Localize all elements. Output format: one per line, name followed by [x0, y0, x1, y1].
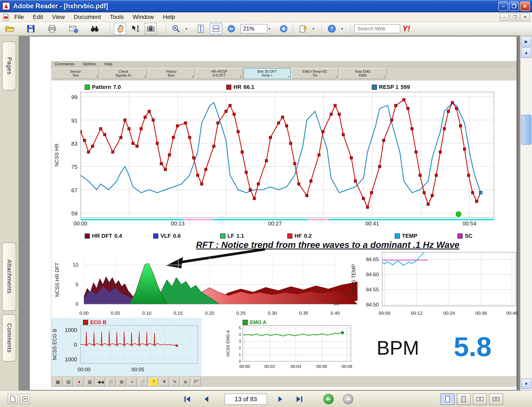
single-page-button[interactable] — [440, 393, 454, 405]
zoom-tool-button[interactable] — [170, 23, 182, 35]
help-icon[interactable]: ? — [149, 378, 158, 386]
next-view-button[interactable] — [343, 394, 353, 404]
button-label: Signals #1 — [116, 74, 132, 77]
titlebar: Adobe Reader - [hxhrvbio.pdf] – ❐ ✕ — [0, 0, 532, 12]
legend-label: HR DFT — [92, 233, 112, 239]
open-button[interactable] — [3, 23, 16, 35]
next-page-button[interactable] — [275, 394, 286, 404]
screen-button-history-bars[interactable]: History Bars ▾ — [148, 68, 195, 79]
zoom-level-input[interactable] — [240, 24, 267, 33]
close-icon: ✕ — [523, 3, 527, 9]
axis-tick-label: 00:48 — [505, 311, 519, 316]
ecg-chart — [80, 325, 198, 364]
sidebar-tab-pages[interactable]: Pages — [2, 41, 16, 90]
globe-icon[interactable]: ⊕ — [181, 378, 190, 386]
hand-tool-button[interactable] — [114, 23, 126, 35]
save-button[interactable] — [25, 23, 37, 35]
pair-icon[interactable]: ▥ — [85, 378, 94, 386]
minimize-button[interactable]: – — [498, 1, 508, 11]
menu-view[interactable]: View — [48, 14, 69, 20]
vertical-scrollbar[interactable]: ▶ ▲ ▼ — [520, 36, 532, 391]
first-page-button[interactable] — [182, 394, 193, 404]
screen-button-hr-resp-dft[interactable]: HR+RESP 2-D DFT ▾ — [196, 68, 243, 79]
button-label: EMG — [359, 74, 367, 77]
zoom-in-button[interactable] — [278, 23, 290, 35]
chevron-down-icon[interactable]: ▾ — [341, 27, 343, 31]
print-button[interactable] — [46, 23, 58, 35]
printer-icon — [48, 24, 57, 33]
email-button[interactable] — [67, 23, 79, 35]
maximize-button[interactable]: ❐ — [509, 1, 519, 11]
menu-file[interactable]: File — [10, 14, 28, 20]
page-display-button[interactable] — [297, 23, 309, 35]
hr-resp-chart — [80, 92, 494, 218]
continuous-button[interactable] — [457, 393, 471, 405]
pen-icon[interactable]: ✎ — [170, 378, 179, 386]
fit-page-button[interactable] — [194, 23, 207, 35]
screen-button-sensor-test[interactable]: Sensor Test ▾ — [52, 68, 99, 79]
snapshot-button[interactable] — [144, 23, 157, 35]
menu-help[interactable]: Help — [158, 14, 180, 20]
axis-tick-label: 84.60 — [359, 272, 379, 277]
clock-icon[interactable]: ◐ — [128, 378, 137, 386]
legend-label: HR — [233, 84, 242, 90]
screen-button-emg-temp-sc[interactable]: EMG+Temp+SC Thr ▾ — [291, 68, 339, 79]
page-number-input[interactable] — [224, 394, 267, 405]
axis-tick-label: 0.05 — [108, 311, 123, 316]
menu-edit[interactable]: Edit — [28, 14, 48, 20]
axis-tick-label: 0 — [234, 359, 241, 364]
axis-tick-label: 84.55 — [359, 287, 379, 293]
doc-minimize-button[interactable]: – — [500, 13, 509, 21]
fit-width-button[interactable] — [210, 23, 222, 35]
sidebar-tab-comments[interactable]: Comments — [2, 314, 16, 361]
sidebar-tab-attachments[interactable]: Attachments — [2, 243, 16, 311]
record-icon[interactable]: ● — [75, 378, 84, 386]
app-menu-commands[interactable]: Commands — [55, 62, 74, 66]
splitter-button[interactable]: ▶ — [521, 36, 531, 47]
last-page-button[interactable] — [294, 394, 305, 404]
print-icon[interactable]: ▤ — [64, 378, 73, 386]
previous-view-button[interactable] — [324, 394, 334, 404]
window-icon[interactable]: □ — [107, 378, 116, 386]
zoom-magnifier-icon — [171, 24, 181, 33]
scroll-down-button[interactable]: ▼ — [521, 378, 531, 389]
axis-tick-label: 1000 — [59, 356, 77, 363]
help-button[interactable]: ? — [326, 23, 338, 35]
chevron-down-icon[interactable]: ▾ — [186, 27, 187, 31]
search-button[interactable] — [88, 23, 101, 35]
continuous-facing-button[interactable] — [489, 393, 503, 405]
save-icon[interactable]: ▦ — [53, 378, 62, 386]
menu-window[interactable]: Window — [128, 14, 159, 20]
menu-tools[interactable]: Tools — [105, 14, 128, 20]
close-button[interactable]: ✕ — [520, 1, 530, 11]
menu-document[interactable]: Document — [69, 14, 105, 20]
button-label: Temp + — [262, 74, 273, 77]
continuous-facing-icon — [493, 397, 496, 401]
rewind-icon[interactable]: ◀◀ — [96, 378, 105, 386]
status-collapse-button[interactable] — [20, 394, 30, 404]
screen-button-raw-emg[interactable]: Raw EMG EMG ▾ — [339, 68, 386, 79]
chevron-down-icon[interactable]: ▾ — [269, 27, 270, 31]
screen-button-brth-3d-dft[interactable]: Brth 3D-DFT Temp + ▾ — [243, 68, 291, 79]
yahoo-logo[interactable]: Y! — [402, 24, 410, 33]
previous-page-button[interactable] — [201, 394, 212, 404]
app-menu-options[interactable]: Options — [83, 62, 96, 66]
select-text-button[interactable] — [129, 23, 142, 35]
app-menu-help[interactable]: Help — [104, 62, 112, 66]
facing-icon — [476, 397, 479, 401]
hand-cursor-icon[interactable]: ☞ — [139, 378, 147, 386]
marker-icon[interactable]: ▼ — [160, 378, 169, 386]
close-box-icon[interactable]: ⊠ — [117, 378, 126, 386]
degree-icon[interactable]: F° — [192, 378, 201, 386]
facing-button[interactable] — [473, 393, 487, 405]
doc-restore-button[interactable]: ❐ — [510, 13, 519, 21]
scrollbar-thumb[interactable] — [521, 115, 531, 145]
zoom-out-button[interactable] — [225, 23, 238, 35]
search-web-input[interactable] — [354, 24, 400, 33]
status-doc-button[interactable] — [8, 394, 18, 404]
doc-close-button[interactable]: ✕ — [521, 13, 530, 21]
screen-button-check-signals[interactable]: Check Signals #1 ▾ — [100, 68, 147, 79]
chevron-down-icon[interactable]: ▾ — [313, 27, 314, 31]
scroll-up-button[interactable]: ▲ — [521, 47, 531, 58]
axis-tick-label: 84.50 — [359, 302, 379, 308]
